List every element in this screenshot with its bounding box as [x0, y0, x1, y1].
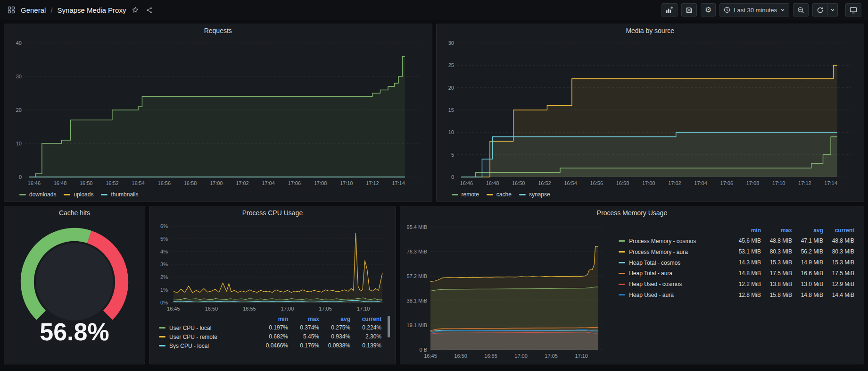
- panel-media-by-source: Media by source 05101520253016:4616:4816…: [436, 24, 865, 202]
- legend-column-min[interactable]: min: [261, 315, 292, 323]
- svg-text:5: 5: [451, 152, 454, 158]
- legend-series-name[interactable]: Process Memory - aura: [629, 249, 688, 255]
- legend-swatch: [452, 194, 458, 195]
- svg-text:19.1 MiB: 19.1 MiB: [407, 322, 427, 328]
- legend-scrollbar[interactable]: [388, 316, 390, 337]
- svg-text:17:12: 17:12: [798, 180, 811, 186]
- grid-icon[interactable]: [7, 5, 16, 15]
- legend-column-max[interactable]: max: [765, 225, 796, 236]
- legend-name-column: [155, 315, 261, 323]
- legend-series-name[interactable]: User CPU - remote: [169, 334, 217, 340]
- svg-text:0: 0: [19, 174, 22, 180]
- svg-text:16:55: 16:55: [243, 306, 256, 312]
- legend-value: 17.5 MiB: [827, 268, 858, 278]
- legend-value: 17.5 MiB: [765, 268, 796, 278]
- legend-item-thumbnails[interactable]: thumbnails: [101, 191, 138, 198]
- cycle-view-button[interactable]: [845, 3, 861, 17]
- legend-value: 14.9 MiB: [796, 257, 827, 268]
- legend-swatch: [619, 273, 625, 274]
- panel-title-cache-hits[interactable]: Cache hits: [4, 206, 145, 219]
- save-icon: [686, 7, 693, 14]
- memory-legend-table-container: minmaxavgcurrentProcess Memory - cosmos4…: [615, 225, 858, 300]
- legend-row-heap-used-aura: Heap Used - aura12.8 MiB15.8 MiB14.8 MiB…: [615, 289, 858, 300]
- legend-item-cache[interactable]: cache: [487, 191, 512, 198]
- svg-text:16:46: 16:46: [460, 180, 473, 186]
- svg-text:30: 30: [448, 40, 454, 46]
- requests-panel-body: 01020304016:4616:4816:5016:5216:5416:561…: [4, 37, 432, 202]
- legend-value: 15.8 MiB: [765, 289, 796, 300]
- legend-column-current[interactable]: current: [827, 225, 858, 236]
- svg-text:1%: 1%: [160, 287, 168, 293]
- legend-value: 0.275%: [323, 323, 354, 332]
- chevron-down-icon: [780, 8, 785, 12]
- breadcrumb-folder[interactable]: General: [21, 6, 46, 14]
- svg-text:76.3 MiB: 76.3 MiB: [407, 249, 427, 254]
- tv-icon: [850, 6, 857, 14]
- svg-text:17:02: 17:02: [236, 180, 249, 186]
- cpu-legend-table-container: minmaxavgcurrentUser CPU - local0.197%0.…: [155, 315, 385, 350]
- dashboard-title[interactable]: Synapse Media Proxy: [58, 6, 126, 14]
- legend-series-name[interactable]: Heap Total - aura: [629, 270, 672, 277]
- legend-column-min[interactable]: min: [734, 225, 765, 236]
- gear-icon: ⚙: [705, 6, 711, 14]
- legend-value: 48.8 MiB: [765, 236, 796, 246]
- legend-value: 47.1 MiB: [796, 236, 827, 246]
- panel-title-requests[interactable]: Requests: [4, 24, 432, 37]
- refresh-interval-button[interactable]: [828, 3, 838, 17]
- svg-text:17:10: 17:10: [357, 306, 370, 312]
- media-panel-body: 05101520253016:4616:4816:5016:5216:5416:…: [437, 37, 864, 202]
- legend-series-name[interactable]: Process Memory - cosmos: [629, 238, 696, 245]
- save-dashboard-button[interactable]: [681, 3, 697, 17]
- cpu-chart[interactable]: 0%1%2%3%4%5%6%16:4516:5016:5517:0017:051…: [154, 219, 391, 314]
- panel-title-process-cpu[interactable]: Process CPU Usage: [149, 206, 396, 219]
- svg-text:15: 15: [448, 107, 454, 113]
- legend-swatch: [159, 336, 165, 337]
- svg-text:16:46: 16:46: [28, 180, 41, 186]
- memory-chart[interactable]: 0 B19.1 MiB38.1 MiB57.2 MiB76.3 MiB95.4 …: [403, 221, 608, 361]
- zoom-out-button[interactable]: [793, 3, 809, 17]
- cpu-panel-body: 0%1%2%3%4%5%6%16:4516:5016:5517:0017:051…: [149, 219, 396, 364]
- add-panel-icon: [666, 6, 673, 14]
- legend-column-max[interactable]: max: [292, 315, 323, 323]
- star-icon[interactable]: [131, 5, 140, 15]
- legend-series-name[interactable]: Heap Used - aura: [629, 292, 674, 298]
- legend-series-name[interactable]: User CPU - local: [169, 325, 211, 331]
- legend-item-uploads[interactable]: uploads: [64, 191, 93, 198]
- memory-panel-body: 0 B19.1 MiB38.1 MiB57.2 MiB76.3 MiB95.4 …: [400, 219, 864, 364]
- legend-row-sys-cpu-local: Sys CPU - local0.0466%0.176%0.0938%0.139…: [155, 341, 385, 350]
- panel-title-process-memory[interactable]: Process Memory Usage: [400, 206, 864, 219]
- legend-item-synapse[interactable]: synapse: [519, 191, 550, 198]
- time-range-picker[interactable]: Last 30 minutes: [719, 3, 789, 17]
- legend-value: 80.3 MiB: [827, 246, 858, 257]
- legend-item-remote[interactable]: remote: [452, 191, 479, 198]
- dashboard-settings-button[interactable]: ⚙: [701, 3, 716, 17]
- svg-text:10: 10: [448, 129, 454, 135]
- legend-column-current[interactable]: current: [354, 315, 385, 323]
- svg-text:17:10: 17:10: [772, 180, 785, 186]
- legend-column-avg[interactable]: avg: [323, 315, 354, 323]
- legend-item-downloads[interactable]: downloads: [19, 191, 56, 198]
- legend-swatch: [519, 194, 526, 195]
- legend-label: thumbnails: [111, 191, 138, 198]
- svg-text:17:08: 17:08: [314, 180, 327, 186]
- panel-title-media[interactable]: Media by source: [437, 24, 864, 37]
- legend-table: minmaxavgcurrentUser CPU - local0.197%0.…: [155, 315, 385, 350]
- legend-column-avg[interactable]: avg: [796, 225, 827, 236]
- add-panel-button[interactable]: [661, 3, 678, 17]
- legend-series-name[interactable]: Heap Used - cosmos: [629, 281, 682, 287]
- legend-swatch: [159, 345, 165, 346]
- legend-series-name[interactable]: Sys CPU - local: [169, 342, 209, 349]
- svg-text:16:52: 16:52: [538, 180, 551, 186]
- refresh-button[interactable]: [812, 3, 828, 17]
- svg-text:17:05: 17:05: [319, 306, 332, 312]
- legend-row-process-memory-cosmos: Process Memory - cosmos45.6 MiB48.8 MiB4…: [615, 236, 858, 246]
- legend-label: remote: [462, 191, 479, 198]
- legend-value: 14.8 MiB: [796, 289, 827, 300]
- share-icon[interactable]: [145, 6, 154, 15]
- legend-series-name[interactable]: Heap Total - cosmos: [629, 259, 680, 266]
- svg-text:16:50: 16:50: [454, 353, 467, 359]
- dashboard-grid: Requests 01020304016:4616:4816:5016:5216…: [0, 20, 868, 368]
- media-chart[interactable]: 05101520253016:4616:4816:5016:5216:5416:…: [441, 37, 860, 188]
- requests-chart[interactable]: 01020304016:4616:4816:5016:5216:5416:561…: [9, 37, 427, 188]
- legend-value: 0.224%: [354, 323, 385, 332]
